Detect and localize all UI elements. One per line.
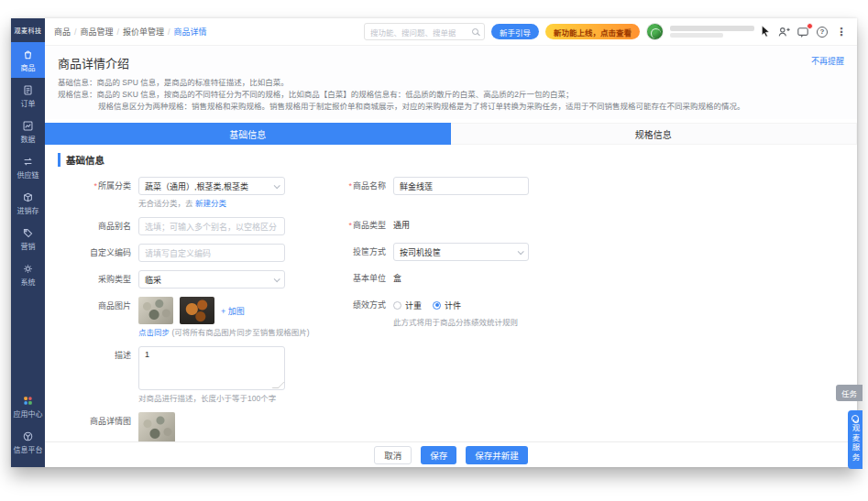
tab-spec-info[interactable]: 规格信息 <box>451 123 858 145</box>
sync-images-hint: 点击同步 (可将所有商品图片同步至销售规格图片) <box>138 328 310 338</box>
goods-name-input[interactable]: 鲜金线莲 <box>393 177 529 195</box>
breadcrumb-goods-management[interactable]: 商品管理 <box>81 26 120 38</box>
main-area: 商品 商品管理 报价单管理 商品详情 搜功能、搜问题、搜单据 新手引导 新功能上… <box>45 18 857 467</box>
field-goods-name: 商品名称 鲜金线莲 <box>333 177 844 195</box>
form-right-column: 商品名称 鲜金线莲 商品类型 通用 投筐方式 按司机投筐 <box>333 177 844 441</box>
banner-line-1: 基础信息：商品的 SPU 信息，是商品的标准特征描述，比如白菜。 <box>58 77 844 89</box>
sidebar-spacer <box>11 292 45 388</box>
newbie-guide-button[interactable]: 新手引导 <box>491 24 539 39</box>
category-select[interactable]: 蔬菜（通用）,根茎类,根茎类 <box>138 177 285 195</box>
search-placeholder: 搜功能、搜问题、搜单据 <box>370 27 456 38</box>
create-category-link[interactable]: 新建分类 <box>195 199 226 208</box>
field-category: 所属分类 蔬菜（通用）,根茎类,根茎类 无合适分类，去 新建分类 <box>58 177 333 209</box>
page-title: 商品详情介绍 <box>58 54 844 71</box>
detail-image-thumbnail[interactable] <box>138 412 175 441</box>
chevron-down-icon <box>274 182 280 189</box>
search-icon <box>472 28 478 35</box>
topbar: 商品 商品管理 报价单管理 商品详情 搜功能、搜问题、搜单据 新手引导 新功能上… <box>45 18 857 46</box>
cube-icon <box>22 191 34 203</box>
goods-image-thumbnail-1[interactable] <box>138 297 173 324</box>
field-purchase-type: 采购类型 临采 <box>58 270 333 289</box>
description-textarea[interactable]: 1 <box>138 346 285 390</box>
category-label: 所属分类 <box>58 177 138 195</box>
intro-banner: 商品详情介绍 不再提醒 基础信息：商品的 SPU 信息，是商品的标准特征描述，比… <box>45 46 857 119</box>
goods-images-label: 商品图片 <box>58 297 138 315</box>
form-content: 基础信息 所属分类 蔬菜（通用）,根茎类,根茎类 无合适分类，去 <box>45 145 857 441</box>
sidebar-item-app-center[interactable]: 应用中心 <box>11 388 45 424</box>
save-button[interactable]: 保存 <box>421 446 456 464</box>
field-detail-image: 商品详情图 图片推荐尺寸宽度为720，支持jpg/png格式 <box>58 412 333 441</box>
sidebar-item-supply-chain[interactable]: 供应链 <box>11 149 45 185</box>
form-left-column: 所属分类 蔬菜（通用）,根茎类,根茎类 无合适分类，去 新建分类 <box>58 177 333 441</box>
sidebar-item-info-platform[interactable]: 信息平台 <box>11 424 45 460</box>
mouse-cursor-icon <box>761 26 771 38</box>
banner-line-3: 规格信息区分为两种规格：销售规格和采购规格。销售规格用于制定报价单和商城展示，对… <box>58 101 844 113</box>
goods-name-label: 商品名称 <box>333 177 393 195</box>
more-menu-icon[interactable] <box>835 26 848 38</box>
task-float-tab[interactable]: 任务 <box>836 385 863 401</box>
line-chart-icon <box>22 120 34 132</box>
field-base-unit: 基本单位 盒 <box>333 269 844 288</box>
dismiss-banner-link[interactable]: 不再提醒 <box>811 55 844 67</box>
new-feature-promo-button[interactable]: 新功能上线，点击查看 <box>545 24 640 39</box>
base-unit-label: 基本单位 <box>333 269 393 288</box>
sidebar-item-data[interactable]: 数据 <box>11 114 45 149</box>
sidebar-item-orders[interactable]: 订单 <box>11 78 45 114</box>
breadcrumb-goods[interactable]: 商品 <box>54 26 77 38</box>
goods-image-thumbnail-2[interactable] <box>180 297 214 324</box>
custom-code-label: 自定义编码 <box>58 244 138 262</box>
footer-action-bar: 取消 保存 保存并新建 <box>45 441 857 467</box>
info-platform-icon <box>22 430 34 442</box>
basket-mode-label: 投筐方式 <box>333 243 393 261</box>
base-unit-value: 盒 <box>393 269 401 288</box>
sidebar-item-inventory[interactable]: 进销存 <box>11 185 45 221</box>
alias-input[interactable]: 选填；可输入多个别名，以空格区分 <box>138 217 285 235</box>
radio-by-weight[interactable]: 计重 <box>393 300 422 311</box>
radio-by-piece[interactable]: 计件 <box>433 300 461 311</box>
banner-line-2: 规格信息：商品的 SKU 信息，按商品的不同特征分为不同的规格，比如商品【白菜】… <box>58 89 844 101</box>
alias-label: 商品别名 <box>58 217 138 235</box>
app-logo: 观麦科技 <box>11 18 45 42</box>
basket-mode-select[interactable]: 按司机投筐 <box>393 243 529 261</box>
app-grid-icon <box>22 395 34 407</box>
description-label: 描述 <box>58 346 138 365</box>
messages-icon[interactable] <box>797 26 809 38</box>
field-custom-code: 自定义编码 请填写自定义编码 <box>58 244 333 262</box>
purchase-type-select[interactable]: 临采 <box>138 270 285 289</box>
tab-basic-info[interactable]: 基础信息 <box>45 123 451 145</box>
field-alias: 商品别名 选填；可输入多个别名，以空格区分 <box>58 217 333 235</box>
radio-circle-icon <box>393 301 401 310</box>
sidebar-item-marketing[interactable]: 营销 <box>11 221 45 256</box>
category-hint: 无合适分类，去 新建分类 <box>138 199 285 209</box>
field-performance-mode: 绩效方式 计重 计件 <box>333 296 844 328</box>
field-goods-type: 商品类型 通用 <box>333 216 844 234</box>
headset-icon <box>852 415 859 422</box>
goods-type-label: 商品类型 <box>333 216 393 234</box>
sidebar-item-system[interactable]: 系统 <box>11 256 45 292</box>
sidebar-item-goods[interactable]: 商品 <box>11 42 45 78</box>
performance-mode-label: 绩效方式 <box>333 296 393 314</box>
exchange-arrows-icon <box>22 156 34 168</box>
service-float-tab[interactable]: 观麦服务 <box>848 410 863 469</box>
chevron-down-icon <box>274 276 280 282</box>
performance-mode-hint: 此方式将用于商品分拣绩效统计规则 <box>393 318 518 328</box>
purchase-type-label: 采购类型 <box>58 270 138 289</box>
user-avatar[interactable] <box>646 23 664 40</box>
global-search-input[interactable]: 搜功能、搜问题、搜单据 <box>364 23 485 40</box>
cancel-button[interactable]: 取消 <box>374 446 412 464</box>
price-tag-icon <box>22 227 34 239</box>
sync-images-link[interactable]: 点击同步 <box>138 328 170 337</box>
notification-badge <box>807 23 813 29</box>
gear-icon <box>22 263 34 275</box>
save-and-new-button[interactable]: 保存并新建 <box>466 446 528 464</box>
breadcrumb-quote-management[interactable]: 报价单管理 <box>123 26 170 38</box>
add-image-link[interactable]: + 加图 <box>221 305 245 317</box>
detail-image-label: 商品详情图 <box>58 412 138 430</box>
radio-circle-selected-icon <box>433 301 441 310</box>
breadcrumb-goods-detail: 商品详情 <box>174 26 207 38</box>
help-icon[interactable] <box>816 26 829 38</box>
field-description: 描述 1 对商品进行描述，长度小于等于100个字 <box>58 346 333 404</box>
custom-code-input[interactable]: 请填写自定义编码 <box>138 244 285 262</box>
invite-user-icon[interactable] <box>777 26 790 38</box>
app-window: 观麦科技 商品 订单 数据 供应链 进销存 营销 系统 <box>11 18 857 467</box>
